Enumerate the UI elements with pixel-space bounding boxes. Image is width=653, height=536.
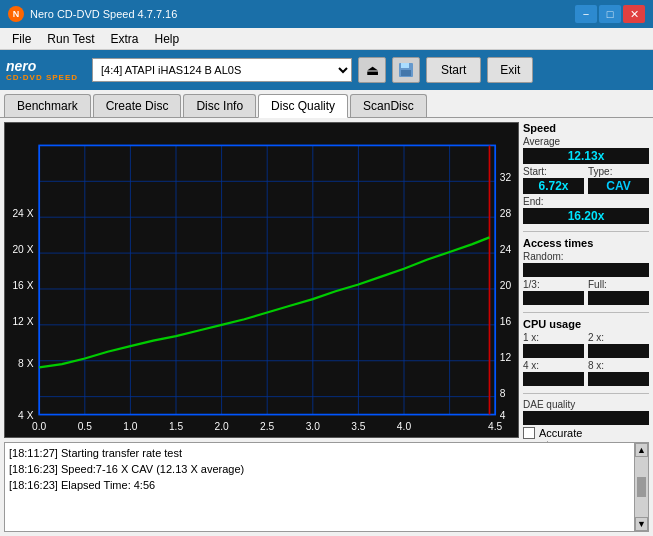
title-bar-left: N Nero CD-DVD Speed 4.7.7.16	[8, 6, 177, 22]
tab-disc-info[interactable]: Disc Info	[183, 94, 256, 117]
end-stat: End: 16.20x	[523, 196, 649, 224]
accurate-label: Accurate	[539, 427, 582, 439]
dae-value	[523, 411, 649, 425]
svg-text:12 X: 12 X	[12, 316, 33, 327]
fourx-value	[523, 372, 584, 386]
cpu-row1: 1 x: 2 x:	[523, 332, 649, 360]
start-value: 6.72x	[523, 178, 584, 194]
svg-text:12: 12	[500, 352, 512, 363]
start-button[interactable]: Start	[426, 57, 481, 83]
divider-1	[523, 231, 649, 232]
onethird-stat: 1/3:	[523, 279, 584, 305]
random-label: Random:	[523, 251, 649, 262]
eightx-label: 8 x:	[588, 360, 649, 371]
end-label: End:	[523, 196, 649, 207]
right-panel: Speed Average 12.13x Start: 6.72x Type: …	[523, 118, 653, 442]
twox-value	[588, 344, 649, 358]
save-button[interactable]	[392, 57, 420, 83]
title-bar-title: Nero CD-DVD Speed 4.7.7.16	[30, 8, 177, 20]
tabs: Benchmark Create Disc Disc Info Disc Qua…	[0, 90, 653, 118]
svg-text:24 X: 24 X	[12, 208, 33, 219]
average-stat: Average 12.13x	[523, 136, 649, 164]
svg-text:24: 24	[500, 244, 512, 255]
onex-value	[523, 344, 584, 358]
start-stat: Start: 6.72x	[523, 166, 584, 194]
scroll-down-button[interactable]: ▼	[635, 517, 648, 531]
svg-text:8: 8	[500, 388, 506, 399]
tab-create-disc[interactable]: Create Disc	[93, 94, 182, 117]
close-button[interactable]: ✕	[623, 5, 645, 23]
log-entry-1: [18:16:23] Speed:7-16 X CAV (12.13 X ave…	[9, 461, 630, 477]
svg-text:1.0: 1.0	[123, 421, 138, 432]
eject-button[interactable]: ⏏	[358, 57, 386, 83]
accurate-stream-checkbox[interactable]	[523, 427, 535, 439]
speed-title: Speed	[523, 122, 649, 134]
menu-help[interactable]: Help	[147, 30, 188, 48]
menu-bar: File Run Test Extra Help	[0, 28, 653, 50]
svg-text:3.5: 3.5	[351, 421, 366, 432]
eightx-value	[588, 372, 649, 386]
chart-and-panel: 4 X 8 X 12 X 16 X 20 X 24 X 4 8 12 16 20…	[0, 118, 653, 442]
onethird-value	[523, 291, 584, 305]
type-label: Type:	[588, 166, 649, 177]
full-label: Full:	[588, 279, 649, 290]
dae-section: DAE quality Accurate stream	[523, 399, 649, 442]
scroll-up-button[interactable]: ▲	[635, 443, 648, 457]
onex-stat: 1 x:	[523, 332, 584, 358]
log-scrollbar: ▲ ▼	[634, 443, 648, 531]
dae-title: DAE quality	[523, 399, 649, 410]
tab-disc-quality[interactable]: Disc Quality	[258, 94, 348, 118]
svg-text:8 X: 8 X	[18, 359, 34, 370]
log-entry-0: [18:11:27] Starting transfer rate test	[9, 445, 630, 461]
start-end-row: Start: 6.72x Type: CAV	[523, 166, 649, 196]
log-entry-2: [18:16:23] Elapsed Time: 4:56	[9, 477, 630, 493]
svg-text:0.5: 0.5	[78, 421, 93, 432]
average-label: Average	[523, 136, 649, 147]
svg-text:28: 28	[500, 208, 512, 219]
start-label: Start:	[523, 166, 584, 177]
logo-sub: CD·DVD SPEED	[6, 73, 78, 82]
svg-text:2.5: 2.5	[260, 421, 275, 432]
cpu-row2: 4 x: 8 x:	[523, 360, 649, 388]
svg-text:4.0: 4.0	[397, 421, 412, 432]
drive-select[interactable]: [4:4] ATAPI iHAS124 B AL0S	[92, 58, 352, 82]
divider-2	[523, 312, 649, 313]
maximize-button[interactable]: □	[599, 5, 621, 23]
full-value	[588, 291, 649, 305]
svg-text:20: 20	[500, 280, 512, 291]
tab-scan-disc[interactable]: ScanDisc	[350, 94, 427, 117]
twox-label: 2 x:	[588, 332, 649, 343]
tab-benchmark[interactable]: Benchmark	[4, 94, 91, 117]
svg-text:2.0: 2.0	[214, 421, 229, 432]
access-section: Access times Random: 1/3: Full:	[523, 237, 649, 307]
eightx-stat: 8 x:	[588, 360, 649, 386]
average-value: 12.13x	[523, 148, 649, 164]
title-bar-controls: − □ ✕	[575, 5, 645, 23]
app-icon: N	[8, 6, 24, 22]
svg-text:4: 4	[500, 410, 506, 421]
log-area: [18:11:27] Starting transfer rate test […	[4, 442, 649, 532]
scroll-thumb[interactable]	[637, 477, 646, 497]
cpu-title: CPU usage	[523, 318, 649, 330]
svg-text:4 X: 4 X	[18, 410, 34, 421]
random-value	[523, 263, 649, 277]
exit-button[interactable]: Exit	[487, 57, 533, 83]
menu-extra[interactable]: Extra	[102, 30, 146, 48]
menu-run-test[interactable]: Run Test	[39, 30, 102, 48]
svg-text:0.0: 0.0	[32, 421, 47, 432]
minimize-button[interactable]: −	[575, 5, 597, 23]
svg-text:16 X: 16 X	[12, 280, 33, 291]
onethird-label: 1/3:	[523, 279, 584, 290]
fourx-label: 4 x:	[523, 360, 584, 371]
svg-rect-3	[5, 123, 518, 437]
svg-text:3.0: 3.0	[306, 421, 321, 432]
log-content: [18:11:27] Starting transfer rate test […	[5, 443, 634, 531]
svg-text:4.5: 4.5	[488, 421, 503, 432]
dae-stat: DAE quality	[523, 399, 649, 425]
type-value: CAV	[588, 178, 649, 194]
twox-stat: 2 x:	[588, 332, 649, 358]
logo-nero: nero	[6, 59, 36, 73]
chart-container: 4 X 8 X 12 X 16 X 20 X 24 X 4 8 12 16 20…	[4, 122, 519, 438]
menu-file[interactable]: File	[4, 30, 39, 48]
svg-text:32: 32	[500, 172, 512, 183]
